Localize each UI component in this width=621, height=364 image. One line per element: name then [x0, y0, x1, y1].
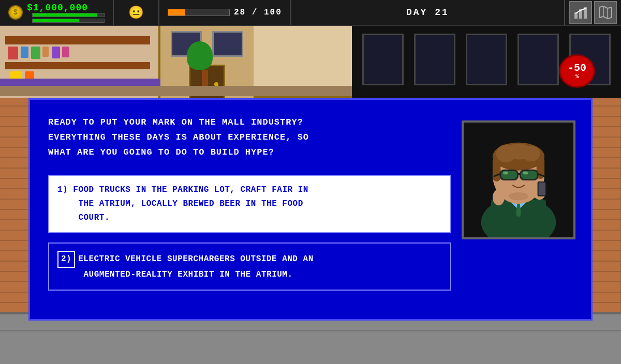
- dialog-text-area: READY TO PUT YOUR MARK ON THE MALL INDUS…: [48, 115, 451, 304]
- option-2-number: 2): [57, 251, 75, 268]
- mood-section: 😐: [114, 0, 158, 25]
- health-fill-1: [33, 13, 97, 17]
- day-text: DAY 21: [406, 7, 449, 18]
- dialog-box: READY TO PUT YOUR MARK ON THE MALL INDUS…: [28, 98, 593, 321]
- energy-text: 28 / 100: [234, 8, 282, 17]
- game-world: -50 % READY TO PUT YOUR MARK ON THE MALL…: [0, 26, 621, 364]
- ground-line: [0, 330, 621, 331]
- health-fill-2: [33, 19, 79, 22]
- svg-point-33: [493, 189, 505, 205]
- store-area: [0, 26, 352, 98]
- health-bars: [32, 13, 105, 23]
- day-section: DAY 21: [291, 7, 564, 18]
- svg-rect-32: [539, 183, 545, 195]
- sale-pct-text: %: [575, 73, 579, 80]
- svg-point-20: [522, 146, 540, 162]
- hud-bar: $ $1,000,000 😐 28 / 100: [0, 0, 621, 26]
- health-bar-1: [32, 13, 105, 17]
- svg-rect-16: [493, 157, 500, 181]
- dialog-question: READY TO PUT YOUR MARK ON THE MALL INDUS…: [48, 115, 451, 160]
- store-floor: [0, 86, 352, 96]
- svg-point-28: [503, 172, 508, 175]
- money-icon: $: [8, 5, 23, 20]
- energy-section: 28 / 100: [159, 0, 290, 25]
- sale-sign: -50 %: [559, 54, 595, 88]
- energy-fill: [168, 9, 185, 16]
- hud-right-icons: [565, 1, 621, 24]
- map-icon-box[interactable]: [594, 1, 617, 24]
- option-1-number: 1): [57, 185, 73, 194]
- chart-icon-box[interactable]: [569, 1, 592, 24]
- health-bar-2: [32, 19, 105, 23]
- svg-marker-3: [599, 6, 612, 19]
- portrait-inner: [464, 123, 573, 237]
- svg-point-34: [509, 192, 529, 200]
- energy-bar: [168, 9, 230, 16]
- portrait-svg: [464, 123, 573, 237]
- mood-icon: 😐: [128, 5, 144, 20]
- svg-point-29: [523, 172, 528, 175]
- dialog-option-1-text: 1) FOOD TRUCKS IN THE PARKING LOT, CRAFT…: [57, 183, 442, 225]
- dialog-option-2-text: 2)ELECTRIC VEHICLE SUPERCHARGERS OUTSIDE…: [57, 251, 442, 282]
- money-section: $ $1,000,000: [0, 0, 113, 25]
- money-value: $1,000,000: [27, 3, 105, 13]
- tree-decoration: [197, 41, 213, 90]
- dialog-option-1[interactable]: 1) FOOD TRUCKS IN THE PARKING LOT, CRAFT…: [48, 175, 451, 234]
- sale-top-text: -50: [568, 63, 586, 73]
- dialog-option-2[interactable]: 2)ELECTRIC VEHICLE SUPERCHARGERS OUTSIDE…: [48, 242, 451, 290]
- character-portrait: [462, 120, 575, 239]
